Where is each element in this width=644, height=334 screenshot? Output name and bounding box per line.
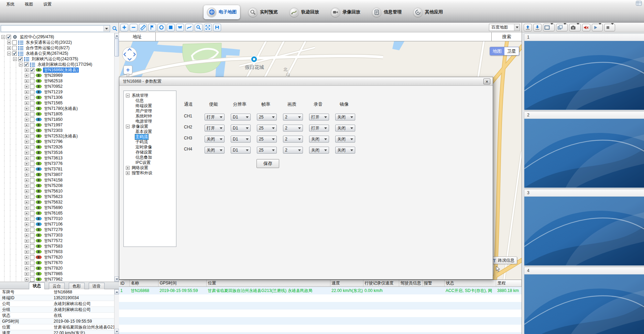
tab-色彩[interactable]: 色彩 <box>69 283 85 289</box>
expand-icon[interactable] <box>25 255 29 259</box>
settings-tree-item[interactable]: 存储设置 <box>126 150 176 155</box>
checkbox[interactable] <box>30 73 34 78</box>
checkbox[interactable] <box>30 250 34 254</box>
checkbox[interactable] <box>7 35 11 39</box>
menu-item[interactable]: 设置 <box>39 1 56 8</box>
checkbox[interactable] <box>30 200 34 205</box>
channel-dropdown[interactable]: 关闭 <box>309 147 329 154</box>
checkbox[interactable] <box>30 79 34 83</box>
expand-icon[interactable] <box>25 118 29 122</box>
fullscreen-button[interactable] <box>204 24 212 31</box>
checkbox[interactable] <box>30 222 34 227</box>
settings-tree-item[interactable]: 主码流 <box>126 134 176 139</box>
tree-row[interactable]: 甘N73516 <box>1 150 114 155</box>
tree-scrollbar[interactable] <box>114 33 119 282</box>
expand-icon[interactable] <box>7 41 11 44</box>
channel-dropdown[interactable]: 关闭 <box>335 125 355 132</box>
tree-row[interactable]: 甘N71219 <box>1 89 114 95</box>
tree-row[interactable]: 甘N73776 <box>1 161 114 166</box>
tree-row[interactable]: 甘N74158 <box>1 177 114 183</box>
table-row-empty[interactable] <box>119 310 522 317</box>
tree-row[interactable]: 甘N62518 <box>1 78 114 84</box>
search-area-button[interactable] <box>195 24 203 31</box>
expand-icon[interactable] <box>25 112 29 116</box>
expand-icon[interactable] <box>25 162 29 166</box>
checkbox[interactable] <box>30 178 34 182</box>
video-cell[interactable]: 3 <box>524 189 644 266</box>
collapse-icon[interactable] <box>1 35 5 39</box>
expand-icon[interactable] <box>25 129 29 133</box>
expand-icon[interactable] <box>25 90 29 94</box>
channel-dropdown[interactable]: 关闭 <box>335 147 355 154</box>
scroll-up-icon[interactable] <box>114 289 119 294</box>
settings-tree-item[interactable]: 报警和外设 <box>126 170 176 176</box>
tree-row[interactable]: 甘N77572 <box>1 238 114 243</box>
settings-tree-item[interactable]: IPC设置 <box>126 160 176 165</box>
window-layout-button[interactable] <box>556 24 568 31</box>
measure-button[interactable] <box>139 24 147 31</box>
checkbox[interactable] <box>30 128 34 133</box>
marker-button[interactable] <box>148 24 156 31</box>
checkbox[interactable] <box>30 117 34 122</box>
tree-row[interactable]: 甘N77620 <box>1 254 114 260</box>
checkbox[interactable] <box>30 145 34 149</box>
checkbox[interactable] <box>30 255 34 260</box>
expand-icon[interactable] <box>126 171 130 175</box>
scroll-up-icon[interactable] <box>114 33 119 38</box>
app-tab-track[interactable]: 轨迹回放 <box>286 5 323 19</box>
checkbox[interactable] <box>30 211 34 216</box>
tab-语音[interactable]: 语音 <box>89 283 105 289</box>
expand-icon[interactable] <box>25 184 29 188</box>
menu-item[interactable]: 系统 <box>2 1 19 8</box>
expand-icon[interactable] <box>25 151 29 155</box>
tree-row[interactable]: 监控中心(295/478) <box>1 34 114 40</box>
checkbox[interactable] <box>30 217 34 221</box>
expand-icon[interactable] <box>126 166 130 170</box>
rectangle-button[interactable] <box>167 24 175 31</box>
tree-row[interactable]: 刘家峡汽运公司(242/375) <box>1 56 114 62</box>
checkbox[interactable] <box>30 101 34 105</box>
checkbox[interactable] <box>30 134 34 138</box>
tree-row[interactable]: 甘N77820 <box>1 265 114 271</box>
channel-dropdown[interactable]: 打开 <box>205 125 225 132</box>
checkbox[interactable] <box>30 277 34 282</box>
checkbox[interactable] <box>30 139 34 144</box>
expand-icon[interactable] <box>25 206 29 210</box>
settings-tree-item[interactable]: 基本设置 <box>126 129 176 134</box>
expand-icon[interactable] <box>25 200 29 204</box>
channel-dropdown[interactable]: 关闭 <box>335 114 355 121</box>
layer-map-button[interactable]: 地图 <box>490 47 504 55</box>
app-tab-infodoc[interactable]: 信息管理 <box>369 5 405 19</box>
table-row-empty[interactable] <box>119 332 522 334</box>
video-cell[interactable]: 4 <box>524 267 644 334</box>
tree-row[interactable]: 甘N75690 <box>1 205 114 210</box>
menu-item[interactable]: 视图 <box>21 1 37 8</box>
settings-tree-item[interactable]: 终端设置 <box>126 103 176 108</box>
checkbox[interactable] <box>30 167 34 171</box>
tree-row[interactable]: 甘N75208 <box>1 183 114 188</box>
video-cell[interactable]: 2 <box>524 111 644 188</box>
tree-row[interactable]: 甘N76165 <box>1 210 114 216</box>
checkbox[interactable] <box>30 156 34 160</box>
tree-row[interactable]: 甘N71306 <box>1 95 114 100</box>
expand-icon[interactable] <box>25 261 29 265</box>
checkbox[interactable] <box>18 57 23 61</box>
channel-dropdown[interactable]: 25 <box>257 147 277 154</box>
channel-dropdown[interactable]: 25 <box>257 125 277 132</box>
checkbox[interactable] <box>30 261 34 265</box>
checkbox[interactable] <box>30 90 34 94</box>
checkbox[interactable] <box>30 106 34 111</box>
tree-row[interactable]: 合作雪羚运输公司(8/27) <box>1 45 114 51</box>
expand-icon[interactable] <box>25 222 29 226</box>
checkbox[interactable] <box>12 46 17 50</box>
checkbox[interactable] <box>30 272 34 276</box>
chevron-down-icon[interactable] <box>611 25 614 30</box>
info-scrollbar[interactable] <box>114 289 119 334</box>
circle-button[interactable] <box>157 24 165 31</box>
checkbox[interactable] <box>30 112 34 116</box>
tree-row[interactable]: 甘N73807 <box>1 172 114 177</box>
settings-tree-item[interactable]: 系统时钟 <box>126 114 176 119</box>
tree-row[interactable]: 甘N75610 <box>1 188 114 194</box>
table-row-empty[interactable] <box>119 294 522 302</box>
settings-tree-item[interactable]: 电源管理 <box>126 119 176 124</box>
